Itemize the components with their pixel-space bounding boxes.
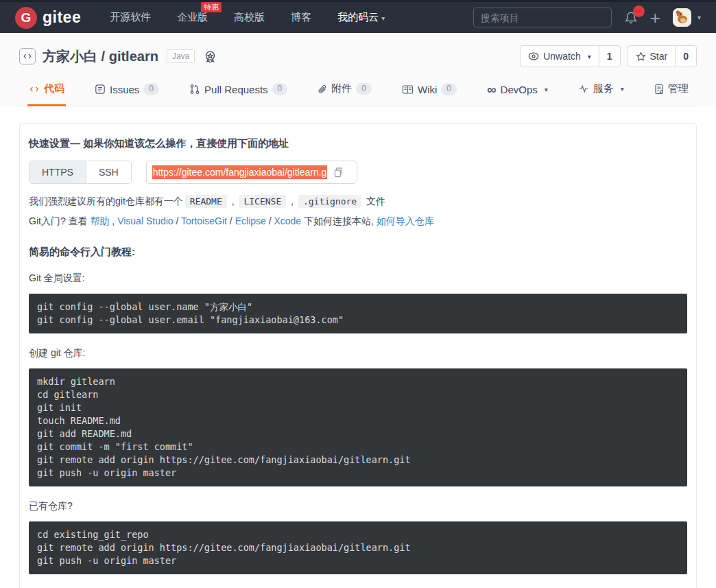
intro-sep: / (227, 215, 235, 226)
tab-attachments[interactable]: 附件 0 (316, 78, 373, 106)
xcode-link[interactable]: Xcode (274, 215, 301, 226)
star-count[interactable]: 0 (675, 46, 696, 67)
recommend-comma: , (229, 196, 237, 207)
main-nav: 开源软件 企业版 特惠 高校版 博客 我的码云▾ (110, 11, 385, 24)
chevron-down-icon: ▾ (588, 53, 591, 60)
notification-badge: ·· (633, 5, 645, 17)
issues-count-badge: 0 (143, 83, 159, 95)
tab-pull-requests[interactable]: Pull Requests 0 (188, 79, 289, 106)
help-link[interactable]: 帮助 (90, 215, 109, 226)
quick-setup-card: 快速设置— 如果你知道该怎么操作，直接使用下面的地址 HTTPS SSH htt… (19, 123, 697, 588)
code-block-existing-repo[interactable]: cd existing_git_repo git remote add orig… (29, 521, 687, 574)
repo-tabs: 代码 Issues 0 Pull Requests 0 附件 0 (19, 78, 697, 106)
repo-medal-icon[interactable] (203, 49, 217, 64)
promo-badge: 特惠 (201, 2, 222, 12)
tab-code[interactable]: 代码 (27, 78, 66, 106)
main-content: 快速设置— 如果你知道该怎么操作，直接使用下面的地址 HTTPS SSH htt… (0, 106, 716, 588)
intro-sep: / (266, 215, 274, 226)
nav-item-education[interactable]: 高校版 (234, 11, 265, 24)
star-button[interactable]: Star (628, 46, 676, 67)
create-repo-label: 创建 git 仓库: (29, 347, 687, 360)
page-title: 方家小白 / gitlearn (43, 47, 158, 66)
visual-studio-link[interactable]: Visual Studio (117, 215, 173, 226)
tab-issues[interactable]: Issues 0 (93, 79, 160, 106)
ssh-button[interactable]: SSH (86, 161, 131, 183)
tab-wiki-label: Wiki (418, 84, 437, 95)
tab-devops-label: DevOps (501, 84, 538, 95)
watchers-count[interactable]: 1 (599, 46, 620, 67)
nav-item-blog[interactable]: 博客 (291, 11, 311, 24)
recommend-suffix: 文件 (363, 196, 385, 207)
nav-item-enterprise[interactable]: 企业版 特惠 (177, 11, 208, 24)
intro-sep: , (109, 215, 117, 226)
attachments-count-badge: 0 (356, 83, 372, 95)
global-setting-label: Git 全局设置: (29, 272, 687, 285)
import-repo-link[interactable]: 如何导入仓库 (377, 215, 434, 226)
create-new-button[interactable]: + (650, 9, 660, 27)
tab-pull-requests-label: Pull Requests (204, 84, 268, 95)
chevron-down-icon: ▾ (381, 14, 385, 22)
language-tag: Java (167, 49, 195, 63)
nav-item-enterprise-label: 企业版 (177, 11, 208, 23)
code-icon (29, 84, 40, 94)
intro-prefix: Git入门? 查看 (29, 215, 90, 226)
nav-item-my-gitee-label: 我的码云 (337, 11, 379, 23)
tab-attachments-label: 附件 (331, 82, 352, 95)
code-block-create-repo[interactable]: mkdir gitlearn cd gitlearn git init touc… (29, 368, 687, 486)
pull-request-icon (189, 84, 200, 95)
code-block-global-config[interactable]: git config --global user.name "方家小白" git… (29, 294, 687, 333)
paperclip-icon (318, 84, 327, 95)
repo-title-separator: / (97, 49, 109, 64)
repo-name-link[interactable]: gitlearn (109, 49, 158, 64)
search-input[interactable] (473, 8, 612, 27)
readme-chip: README (185, 195, 227, 208)
recommend-comma: , (288, 196, 296, 207)
unwatch-button[interactable]: Unwatch ▾ (521, 46, 599, 67)
repo-owner-link[interactable]: 方家小白 (43, 49, 97, 64)
tortoisegit-link[interactable]: TortoiseGit (181, 215, 227, 226)
gitee-logo-icon: G (15, 7, 37, 29)
tab-code-label: 代码 (44, 82, 64, 95)
intro-sep: / (174, 215, 181, 226)
tab-wiki[interactable]: Wiki 0 (401, 79, 458, 106)
nav-item-my-gitee[interactable]: 我的码云▾ (337, 11, 385, 24)
tutorial-title: 简易的命令行入门教程: (29, 246, 687, 259)
gitee-logo[interactable]: G gitee (15, 7, 81, 29)
book-icon (402, 84, 414, 95)
tab-devops[interactable]: ∞ DevOps ▾ (486, 80, 549, 106)
protocol-switcher: HTTPS SSH (29, 161, 132, 184)
eclipse-link[interactable]: Eclipse (235, 215, 266, 226)
license-chip: LICENSE (239, 195, 286, 208)
nav-item-opensource[interactable]: 开源软件 (110, 11, 151, 24)
gitignore-chip: .gitignore (298, 195, 361, 208)
tab-manage[interactable]: 管理 (653, 78, 690, 106)
eye-icon (528, 52, 539, 60)
chevron-down-icon: ▾ (545, 86, 548, 93)
repo-url-selected-text: https://gitee.com/fangjiaxiaobai/gitlear… (152, 165, 328, 179)
git-intro-line: Git入门? 查看 帮助 , Visual Studio / TortoiseG… (29, 215, 687, 228)
top-navbar: G gitee 开源软件 企业版 特惠 高校版 博客 我的码云▾ ·· + (0, 0, 716, 33)
avatar (673, 8, 691, 27)
repo-type-icon (19, 48, 36, 64)
pulse-icon (578, 84, 589, 93)
manage-icon (654, 84, 664, 95)
navbar-right: ·· + ▾ (473, 8, 701, 27)
recommend-line: 我们强烈建议所有的git仓库都有一个README , LICENSE , .gi… (29, 196, 687, 208)
star-label: Star (650, 51, 668, 62)
repo-header: 方家小白 / gitlearn Java Unwatch ▾ 1 (0, 33, 716, 106)
repo-url-input[interactable]: https://gitee.com/fangjiaxiaobai/gitlear… (146, 161, 357, 184)
quick-setup-title: 快速设置— 如果你知道该怎么操作，直接使用下面的地址 (29, 137, 687, 150)
tab-services-label: 服务 (593, 82, 614, 95)
star-icon (636, 51, 646, 62)
copy-icon[interactable] (332, 167, 343, 178)
star-button-group: Star 0 (628, 45, 697, 67)
tab-services[interactable]: 服务 ▾ (577, 78, 625, 106)
notifications-button[interactable]: ·· (624, 10, 638, 25)
recommend-text: 我们强烈建议所有的git仓库都有一个 (29, 196, 183, 207)
pull-requests-count-badge: 0 (272, 83, 288, 95)
intro-mid: 下如何连接本站, (301, 215, 377, 226)
https-button[interactable]: HTTPS (29, 161, 86, 183)
brand-name: gitee (43, 8, 81, 27)
chevron-down-icon: ▾ (621, 85, 624, 93)
user-menu[interactable]: ▾ (673, 8, 701, 27)
